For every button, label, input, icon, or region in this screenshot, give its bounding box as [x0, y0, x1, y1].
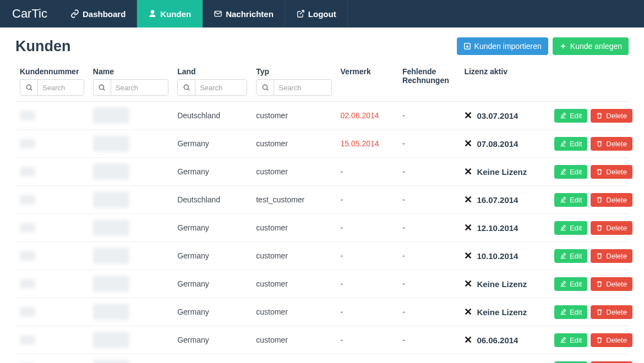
- cell-kundennummer: [15, 270, 89, 298]
- delete-button[interactable]: Delete: [591, 277, 632, 291]
- cell-fehlende: -: [398, 214, 460, 242]
- cell-vermerk-text: 02.06.2014: [341, 111, 379, 120]
- delete-button[interactable]: Delete: [591, 137, 632, 151]
- edit-icon: [560, 309, 566, 315]
- nav-kunden[interactable]: Kunden: [137, 0, 203, 28]
- cell-lizenz-text: Keine Lizenz: [477, 307, 527, 317]
- search-name-input[interactable]: [111, 80, 168, 95]
- cell-name: [89, 130, 173, 158]
- cell-typ: customer: [252, 130, 336, 158]
- user-icon: [148, 9, 157, 18]
- cell-typ: customer: [252, 214, 336, 242]
- delete-button[interactable]: Delete: [591, 109, 632, 123]
- delete-button[interactable]: Delete: [591, 305, 632, 319]
- cell-name: [89, 186, 173, 214]
- th-lizenz-label: Lizenz aktiv: [464, 67, 545, 76]
- cell-land-text: Germany: [177, 307, 209, 316]
- edit-label: Edit: [570, 224, 582, 232]
- delete-button[interactable]: Delete: [591, 333, 632, 347]
- cell-fehlende-text: -: [402, 336, 405, 344]
- edit-button[interactable]: Edit: [554, 361, 587, 364]
- delete-button[interactable]: Delete: [591, 221, 632, 235]
- cell-lizenz: ✕Keine Lizenz: [460, 158, 550, 186]
- edit-button[interactable]: Edit: [554, 277, 587, 291]
- search-land[interactable]: [177, 79, 247, 96]
- delete-button[interactable]: Delete: [591, 361, 632, 364]
- cell-land-text: Germany: [177, 251, 209, 260]
- nav-logout[interactable]: Logout: [285, 0, 348, 28]
- edit-button[interactable]: Edit: [554, 137, 587, 151]
- import-customers-button[interactable]: Kunden importieren: [457, 37, 548, 55]
- cell-typ-text: customer: [256, 336, 288, 344]
- cell-name: [89, 270, 173, 298]
- cell-fehlende-text: -: [402, 167, 405, 176]
- th-typ: Typ: [252, 62, 336, 102]
- cell-name: [89, 214, 173, 242]
- edit-button[interactable]: Edit: [554, 249, 587, 263]
- redacted-name: [93, 191, 129, 208]
- edit-button[interactable]: Edit: [554, 165, 587, 179]
- redacted-name: [93, 163, 129, 180]
- th-name-label: Name: [93, 67, 168, 76]
- table-row: Germanycustomer--✕Keine LizenzEditDelete: [15, 298, 629, 326]
- edit-icon: [560, 337, 566, 343]
- redacted-id: [20, 111, 35, 120]
- redacted-name: [93, 304, 129, 320]
- cell-lizenz-text: Keine Lizenz: [477, 279, 527, 289]
- nav-dashboard[interactable]: Dashboard: [59, 0, 137, 28]
- x-icon: ✕: [464, 306, 472, 318]
- cell-lizenz: ✕06.06.2014: [460, 326, 550, 354]
- cell-vermerk: 02.06.2014: [336, 102, 398, 130]
- redacted-name: [93, 107, 129, 124]
- cell-fehlende: -: [398, 102, 460, 130]
- cell-name: [89, 298, 173, 326]
- search-icon: [94, 80, 111, 95]
- edit-button[interactable]: Edit: [554, 221, 587, 235]
- cell-vermerk-text: -: [341, 195, 343, 204]
- search-land-input[interactable]: [195, 80, 247, 95]
- delete-button[interactable]: Delete: [591, 165, 632, 179]
- cell-land: Germany: [173, 130, 252, 158]
- th-actions: [550, 62, 629, 102]
- cell-fehlende-text: -: [402, 111, 405, 120]
- trash-icon: [596, 252, 603, 259]
- search-typ-input[interactable]: [274, 80, 331, 95]
- redacted-id: [20, 251, 35, 261]
- cell-lizenz-text: 12.10.2014: [477, 223, 518, 233]
- redacted-id: [20, 223, 35, 233]
- redacted-name: [93, 248, 129, 264]
- cell-lizenz-text: Keine Lizenz: [477, 167, 527, 177]
- search-typ[interactable]: [256, 79, 331, 96]
- edit-label: Edit: [570, 280, 582, 288]
- cell-lizenz: ✕Keine Lizenz: [460, 298, 550, 326]
- trash-icon: [596, 112, 603, 119]
- search-name[interactable]: [93, 79, 168, 96]
- nav-nachrichten[interactable]: Nachrichten: [203, 0, 285, 28]
- edit-button[interactable]: Edit: [554, 193, 587, 207]
- search-icon: [20, 80, 38, 95]
- table-row: Germanycustomer--✕06.11.2014EditDelete: [15, 354, 629, 364]
- redacted-name: [93, 135, 129, 152]
- cell-lizenz: ✕03.07.2014: [460, 102, 550, 130]
- cell-vermerk: -: [336, 186, 398, 214]
- create-customer-button[interactable]: Kunde anlegen: [553, 37, 629, 55]
- delete-button[interactable]: Delete: [591, 249, 632, 263]
- plus-icon: [559, 42, 567, 50]
- search-kundennummer[interactable]: [20, 79, 84, 96]
- edit-button[interactable]: Edit: [554, 333, 587, 347]
- cell-actions: EditDelete: [550, 102, 629, 130]
- x-icon: ✕: [464, 138, 472, 150]
- edit-button[interactable]: Edit: [554, 305, 587, 319]
- cell-fehlende: -: [398, 270, 460, 298]
- th-kundennummer-label: Kundennummer: [20, 67, 84, 76]
- cell-vermerk-text: -: [341, 307, 343, 316]
- edit-button[interactable]: Edit: [554, 109, 587, 123]
- x-icon: ✕: [464, 194, 472, 206]
- cell-vermerk: -: [336, 298, 398, 326]
- cell-land-text: Germany: [177, 223, 209, 232]
- redacted-name: [93, 332, 129, 348]
- cell-typ-text: customer: [256, 139, 288, 148]
- edit-icon: [560, 196, 566, 203]
- search-kundennummer-input[interactable]: [38, 80, 84, 95]
- delete-button[interactable]: Delete: [591, 193, 632, 207]
